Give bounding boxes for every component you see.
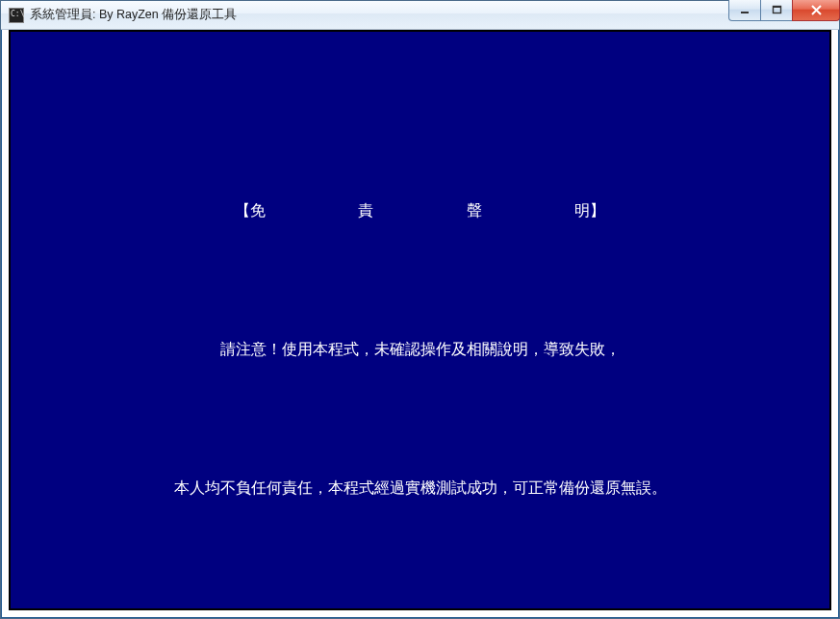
disclaimer-line-1: 請注意！使用本程式，未確認操作及相關說明，導致失敗，	[13, 338, 827, 361]
close-icon	[810, 5, 823, 15]
window-title: 系統管理員: By RayZen 備份還原工具	[30, 7, 237, 23]
maximize-icon	[772, 5, 782, 15]
app-icon	[9, 8, 24, 23]
client-area: 【免 責 聲 明】 請注意！使用本程式，未確認操作及相關說明，導致失敗， 本人均…	[9, 30, 831, 610]
minimize-button[interactable]	[728, 0, 761, 21]
minimize-icon	[740, 5, 751, 15]
app-window: 系統管理員: By RayZen 備份還原工具 【免	[0, 0, 840, 619]
svg-rect-0	[741, 12, 749, 13]
console-text: 【免 責 聲 明】 請注意！使用本程式，未確認操作及相關說明，導致失敗， 本人均…	[11, 78, 829, 608]
disclaimer-line-2: 本人均不負任何責任，本程式經過實機測試成功，可正常備份還原無誤。	[13, 477, 827, 500]
maximize-button[interactable]	[760, 0, 793, 21]
window-controls	[729, 0, 840, 21]
disclaimer-heading: 【免 責 聲 明】	[13, 199, 827, 222]
svg-rect-2	[773, 6, 781, 8]
close-button[interactable]	[792, 0, 840, 21]
console-output[interactable]: 【免 責 聲 明】 請注意！使用本程式，未確認操作及相關說明，導致失敗， 本人均…	[11, 32, 829, 608]
title-bar[interactable]: 系統管理員: By RayZen 備份還原工具	[1, 1, 839, 30]
